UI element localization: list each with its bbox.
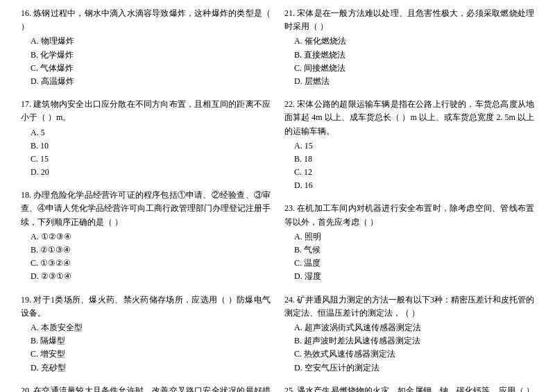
option-q24-0: A. 超声波涡街式风速传感器测定法	[294, 321, 534, 334]
option-q22-2: C. 12	[294, 166, 534, 179]
question-q17: 17. 建筑物内安全出口应分散在不同方向布置，且相互间的距离不应小于（ ）m。A…	[21, 98, 271, 179]
option-q16-0: A. 物理爆炸	[31, 35, 271, 48]
question-title-q21: 21. 宋体是在一般方法难以处理、且危害性极大，必须采取燃烧处理时采用（ ）	[284, 7, 534, 33]
question-title-q16: 16. 炼钢过程中，钢水中滴入水滴容导致爆炸，这种爆炸的类型是（ ）	[21, 7, 271, 33]
option-q18-1: B. ②①③④	[31, 244, 271, 257]
option-q22-3: D. 16	[294, 179, 534, 192]
question-q18: 18. 办理危险化学品经营许可证的程序包括①申请、②经验查、③审查、④申请人凭化…	[21, 189, 271, 283]
option-q17-0: A. 5	[31, 126, 271, 139]
option-q23-1: B. 气候	[294, 244, 534, 257]
question-q19: 19. 对于1类场所、爆火药、禁火药储存场所，应选用（ ）防爆电气设备。A. 本…	[21, 293, 271, 375]
question-title-q19: 19. 对于1类场所、爆火药、禁火药储存场所，应选用（ ）防爆电气设备。	[21, 293, 271, 320]
option-q24-1: B. 超声波时差法风速传感器测定法	[294, 334, 534, 348]
question-q22: 22. 宋体公路的超限运输车辆是指在公路上行驶的，车货总高度从地面算起 4m 以…	[284, 98, 534, 192]
option-q19-0: A. 本质安全型	[31, 321, 271, 334]
option-q19-3: D. 充砂型	[31, 361, 271, 375]
option-q23-3: D. 湿度	[294, 270, 534, 283]
question-title-q22: 22. 宋体公路的超限运输车辆是指在公路上行驶的，车货总高度从地面算起 4m 以…	[284, 98, 534, 138]
question-title-q23: 23. 在机加工车间内对机器进行安全布置时，除考虑空间、管线布置等以外，首先应考…	[284, 202, 534, 228]
left-column: 16. 炼钢过程中，钢水中滴入水滴容导致爆炸，这种爆炸的类型是（ ）A. 物理爆…	[21, 7, 271, 392]
option-q21-3: D. 层燃法	[294, 75, 534, 88]
option-q23-0: A. 照明	[294, 230, 534, 244]
option-q17-3: D. 20	[31, 166, 271, 179]
question-q25: 25. 遇水产生易燃烧物的火灾，如金属钾、钠、碳化钙等，应用（ ）灭火。A. 水…	[284, 384, 534, 392]
option-q18-0: A. ①②③④	[31, 230, 271, 244]
option-q17-1: B. 10	[31, 139, 271, 153]
question-q16: 16. 炼钢过程中，钢水中滴入水滴容导致爆炸，这种爆炸的类型是（ ）A. 物理爆…	[21, 7, 271, 88]
option-q19-2: C. 增安型	[31, 348, 271, 361]
question-title-q25: 25. 遇水产生易燃烧物的火灾，如金属钾、钠、碳化钙等，应用（ ）灭火。	[284, 384, 534, 392]
question-title-q20: 20. 在交通流量较大且条件允许时，改善交叉路口安全状况的最好措施是采用（ ）	[21, 384, 271, 392]
question-title-q18: 18. 办理危险化学品经营许可证的程序包括①申请、②经验查、③审查、④申请人凭化…	[21, 189, 271, 229]
option-q17-2: C. 15	[31, 153, 271, 166]
option-q16-1: B. 化学爆炸	[31, 49, 271, 62]
question-title-q24: 24. 矿井通风阻力测定的方法一般有以下3种：精密压差计和皮托管的测定法、恒温压…	[284, 293, 534, 320]
option-q16-2: C. 气体爆炸	[31, 62, 271, 75]
right-column: 21. 宋体是在一般方法难以处理、且危害性极大，必须采取燃烧处理时采用（ ）A.…	[284, 7, 534, 392]
question-title-q17: 17. 建筑物内安全出口应分散在不同方向布置，且相互间的距离不应小于（ ）m。	[21, 98, 271, 124]
columns: 16. 炼钢过程中，钢水中滴入水滴容导致爆炸，这种爆炸的类型是（ ）A. 物理爆…	[21, 7, 534, 392]
option-q16-3: D. 高温爆炸	[31, 75, 271, 88]
page-container: 16. 炼钢过程中，钢水中滴入水滴容导致爆炸，这种爆炸的类型是（ ）A. 物理爆…	[21, 7, 534, 392]
option-q24-2: C. 热效式风速传感器测定法	[294, 348, 534, 361]
option-q22-1: B. 18	[294, 153, 534, 166]
option-q18-3: D. ②③①④	[31, 270, 271, 283]
question-q20: 20. 在交通流量较大且条件允许时，改善交叉路口安全状况的最好措施是采用（ ）A…	[21, 384, 271, 392]
option-q21-2: C. 间接燃烧法	[294, 62, 534, 75]
option-q21-0: A. 催化燃烧法	[294, 35, 534, 48]
option-q24-3: D. 空安气压计的测定法	[294, 361, 534, 375]
option-q22-0: A. 15	[294, 139, 534, 153]
option-q19-1: B. 隔爆型	[31, 334, 271, 348]
option-q18-2: C. ①③②④	[31, 257, 271, 270]
question-q21: 21. 宋体是在一般方法难以处理、且危害性极大，必须采取燃烧处理时采用（ ）A.…	[284, 7, 534, 88]
option-q21-1: B. 直接燃烧法	[294, 49, 534, 62]
question-q24: 24. 矿井通风阻力测定的方法一般有以下3种：精密压差计和皮托管的测定法、恒温压…	[284, 293, 534, 375]
option-q23-2: C. 温度	[294, 257, 534, 270]
question-q23: 23. 在机加工车间内对机器进行安全布置时，除考虑空间、管线布置等以外，首先应考…	[284, 202, 534, 283]
